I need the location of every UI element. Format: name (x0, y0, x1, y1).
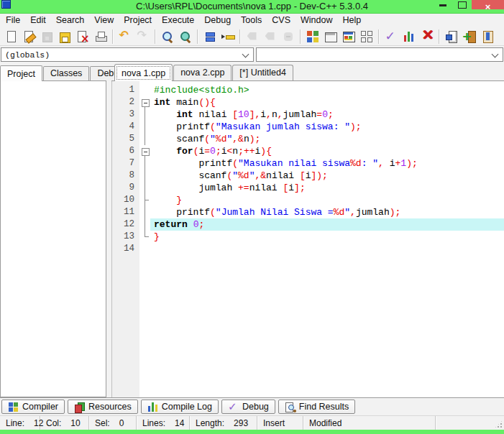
code-editor[interactable]: 1#include<stdio.h>2int main(){3 int nila… (111, 81, 504, 397)
compile-and-run-button[interactable] (339, 28, 357, 45)
insert-button[interactable] (442, 28, 460, 45)
fold-margin (139, 218, 150, 231)
undo-icon (119, 30, 132, 43)
goto-line-button[interactable] (219, 28, 237, 45)
code-text[interactable]: scanf("%d",&nilai [i]); (150, 170, 504, 182)
line-number[interactable]: 8 (112, 170, 139, 182)
code-text[interactable]: } (150, 194, 504, 206)
menu-item-edit[interactable]: Edit (25, 14, 51, 27)
project-tree-panel[interactable] (0, 80, 106, 397)
code-text[interactable]: scanf("%d",&n); (150, 133, 504, 145)
code-line[interactable]: 3 int nilai [10],i,n,jumlah=0; (112, 108, 504, 121)
code-line[interactable]: 2int main(){ (112, 96, 504, 108)
line-number[interactable]: 10 (112, 194, 139, 206)
resize-grip-icon[interactable] (494, 420, 503, 429)
menu-item-project[interactable]: Project (119, 14, 157, 27)
fold-collapse-icon[interactable] (139, 145, 150, 157)
maximize-button[interactable] (452, 0, 472, 9)
menu-item-execute[interactable]: Execute (157, 14, 199, 27)
member-combo[interactable] (256, 47, 503, 62)
code-line[interactable]: 13} (112, 231, 504, 243)
code-text[interactable]: jumlah +=nilai [i]; (150, 182, 504, 194)
menu-item-window[interactable]: Window (295, 14, 337, 27)
code-line[interactable]: 14 (112, 243, 504, 255)
menu-item-tools[interactable]: Tools (236, 14, 267, 27)
toggle-bookmark-button[interactable] (460, 28, 478, 45)
open-button[interactable] (19, 28, 37, 45)
panel-splitter[interactable] (106, 63, 111, 397)
code-line[interactable]: 6 for(i=0;i<n;++i){ (112, 145, 504, 157)
menu-item-debug[interactable]: Debug (199, 14, 236, 27)
report-tab-find-results[interactable]: Find Results (278, 400, 355, 414)
code-line[interactable]: 8 scanf("%d",&nilai [i]); (112, 170, 504, 182)
class-combo[interactable]: (globals) (1, 47, 254, 62)
code-text[interactable]: printf("Masukan jumlah siswa: "); (150, 121, 504, 133)
line-number[interactable]: 9 (112, 182, 139, 194)
rebuild-all-button[interactable] (357, 28, 375, 45)
close-file-button[interactable] (73, 28, 91, 45)
line-number[interactable]: 1 (112, 84, 139, 96)
goto-bookmark-button[interactable] (478, 28, 496, 45)
code-text[interactable]: return 0; (150, 218, 504, 231)
code-text[interactable]: #include<stdio.h> (150, 84, 504, 96)
side-tab-project[interactable]: Project (0, 65, 42, 81)
line-number[interactable]: 12 (112, 218, 139, 231)
editor-tab-nova-2-cpp[interactable]: nova 2.cpp (173, 65, 232, 80)
code-text[interactable]: int main(){ (150, 96, 504, 108)
line-number[interactable]: 7 (112, 157, 139, 170)
menu-item-view[interactable]: View (89, 14, 119, 27)
code-line[interactable]: 12return 0; (112, 218, 504, 231)
line-number[interactable]: 6 (112, 145, 139, 157)
code-line[interactable]: 7 printf("Masukan nilai siswa%d: ", i+1)… (112, 157, 504, 170)
print-button[interactable] (91, 28, 109, 45)
code-text[interactable] (150, 243, 504, 255)
side-tab-classes[interactable]: Classes (43, 66, 89, 80)
code-text[interactable]: printf("Masukan nilai siswa%d: ", i+1); (150, 157, 504, 170)
report-tab-debug[interactable]: Debug (221, 400, 275, 414)
token-pl: printf (154, 158, 232, 169)
code-line[interactable]: 1#include<stdio.h> (112, 84, 504, 96)
code-line[interactable]: 4 printf("Masukan jumlah siswa: "); (112, 121, 504, 133)
line-number[interactable]: 2 (112, 96, 139, 108)
editor-tab-untitled4[interactable]: [*] Untitled4 (232, 65, 293, 80)
code-text[interactable]: for(i=0;i<n;++i){ (150, 145, 504, 157)
run-button[interactable] (321, 28, 339, 45)
fold-collapse-icon[interactable] (139, 96, 150, 108)
toggle-bookmark-icon (463, 30, 476, 43)
abort-button[interactable] (418, 28, 436, 45)
profile-button[interactable] (400, 28, 418, 45)
replace-button[interactable] (176, 28, 194, 45)
code-text[interactable]: } (150, 231, 504, 243)
find-button[interactable] (158, 28, 176, 45)
code-line[interactable]: 10 } (112, 194, 504, 206)
line-number[interactable]: 3 (112, 108, 139, 121)
line-number[interactable]: 5 (112, 133, 139, 145)
token-pl: jumlah (356, 207, 390, 218)
editor-pane: nova 1.cppnova 2.cpp[*] Untitled4 1#incl… (111, 63, 504, 397)
close-button[interactable] (472, 0, 504, 9)
save-all-button[interactable] (55, 28, 73, 45)
report-tab-resources[interactable]: Resources (68, 400, 138, 414)
menu-item-file[interactable]: File (1, 14, 25, 27)
line-number[interactable]: 11 (112, 206, 139, 218)
menu-item-help[interactable]: Help (337, 14, 366, 27)
new-source-button[interactable] (1, 28, 19, 45)
code-line[interactable]: 11 printf("Jumlah Nilai Siswa =%d",jumla… (112, 206, 504, 218)
code-text[interactable]: int nilai [10],i,n,jumlah=0; (150, 108, 504, 121)
line-number[interactable]: 14 (112, 243, 139, 255)
report-tab-compile-log[interactable]: Compile Log (141, 400, 219, 414)
code-line[interactable]: 5 scanf("%d",&n); (112, 133, 504, 145)
editor-tab-nova-1-cpp[interactable]: nova 1.cpp (114, 64, 173, 81)
report-tab-compiler[interactable]: Compiler (1, 400, 65, 414)
minimize-button[interactable] (433, 0, 452, 9)
goto-function-button[interactable] (201, 28, 219, 45)
line-number[interactable]: 4 (112, 121, 139, 133)
syntax-check-button[interactable] (382, 28, 400, 45)
code-line[interactable]: 9 jumlah +=nilai [i]; (112, 182, 504, 194)
compile-button[interactable] (303, 28, 321, 45)
code-text[interactable]: printf("Jumlah Nilai Siswa =%d",jumlah); (150, 206, 504, 218)
menu-item-search[interactable]: Search (51, 14, 90, 27)
menu-item-cvs[interactable]: CVS (267, 14, 295, 27)
line-number[interactable]: 13 (112, 231, 139, 243)
undo-button[interactable] (116, 28, 134, 45)
